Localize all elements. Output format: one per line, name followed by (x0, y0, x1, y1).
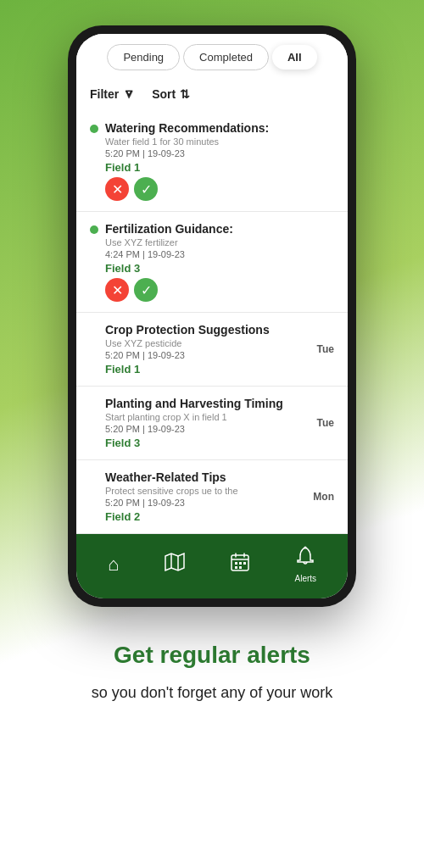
task-subtitle: Protect sensitive crops ue to the (105, 486, 306, 496)
task-time: 5:20 PM | 19-09-23 (105, 498, 306, 508)
bell-icon (296, 546, 315, 571)
bottom-nav: ⌂ (76, 534, 348, 598)
task-time: 5:20 PM | 19-09-23 (105, 350, 310, 360)
filter-icon: ⛛ (123, 87, 135, 101)
svg-rect-4 (235, 566, 237, 569)
task-subtitle: Water field 1 for 30 minutes (105, 136, 334, 147)
task-item-inner: Crop Protection Suggestions Use XYZ pest… (90, 323, 334, 376)
task-title: Crop Protection Suggestions (105, 323, 310, 337)
nav-alerts[interactable]: Alerts (295, 546, 317, 583)
nav-map[interactable] (165, 553, 185, 576)
task-field: Field 3 (105, 437, 310, 449)
tab-bar: Pending Completed All (76, 34, 348, 81)
task-content: Weather-Related Tips Protect sensitive c… (105, 470, 306, 523)
task-day: Mon (313, 491, 334, 503)
svg-rect-3 (243, 562, 246, 565)
task-day: Tue (317, 343, 334, 355)
task-left: Weather-Related Tips Protect sensitive c… (90, 470, 306, 523)
task-content: Watering Recommendations: Water field 1 … (105, 121, 334, 201)
task-time: 5:20 PM | 19-09-23 (105, 148, 334, 159)
task-left: Watering Recommendations: Water field 1 … (90, 121, 334, 201)
task-content: Fertilization Guidance: Use XYZ fertiliz… (105, 222, 334, 302)
task-title: Planting and Harvesting Timing (105, 397, 310, 410)
task-subtitle: Use XYZ pesticide (105, 338, 310, 348)
cancel-icon[interactable]: ✕ (105, 177, 129, 201)
task-left: Crop Protection Suggestions Use XYZ pest… (90, 323, 310, 376)
task-subtitle: Start planting crop X in field 1 (105, 412, 310, 422)
sort-label-text: Sort (152, 87, 176, 101)
promo-title: Get regular alerts (17, 641, 407, 670)
task-left: Planting and Harvesting Timing Start pla… (90, 397, 310, 449)
task-item-inner: Watering Recommendations: Water field 1 … (90, 121, 334, 201)
filter-label-text: Filter (90, 87, 119, 101)
task-actions: ✕ ✓ (105, 177, 334, 201)
task-subtitle: Use XYZ fertilizer (105, 237, 334, 248)
tab-all[interactable]: All (272, 45, 317, 70)
promo-section: Get regular alerts so you don't forget a… (0, 632, 424, 730)
task-time: 4:24 PM | 19-09-23 (105, 249, 334, 259)
task-item-inner: Planting and Harvesting Timing Start pla… (90, 397, 334, 449)
task-list: Watering Recommendations: Water field 1 … (76, 111, 348, 534)
task-dot (90, 125, 98, 133)
filter-sort-row: Filter ⛛ Sort ⇅ (76, 81, 348, 111)
task-field: Field 1 (105, 161, 334, 174)
phone-shell: Pending Completed All Filter ⛛ Sort ⇅ Wa… (68, 25, 356, 607)
task-dot (90, 225, 98, 234)
filter-button[interactable]: Filter ⛛ (90, 87, 135, 101)
done-icon[interactable]: ✓ (134, 177, 158, 201)
task-field: Field 3 (105, 262, 334, 275)
task-day: Tue (317, 417, 334, 429)
task-actions: ✕ ✓ (105, 278, 334, 302)
task-time: 5:20 PM | 19-09-23 (105, 424, 310, 434)
task-title: Watering Recommendations: (105, 121, 334, 135)
task-item-inner: Weather-Related Tips Protect sensitive c… (90, 470, 334, 523)
task-content: Planting and Harvesting Timing Start pla… (105, 397, 310, 449)
svg-rect-5 (239, 566, 242, 569)
alerts-label: Alerts (295, 574, 317, 583)
nav-calendar[interactable] (231, 553, 249, 576)
calendar-icon (231, 553, 249, 576)
promo-subtitle: so you don't forget any of your work (17, 682, 407, 704)
nav-home[interactable]: ⌂ (108, 554, 119, 576)
svg-rect-1 (235, 562, 237, 565)
sort-icon: ⇅ (180, 87, 190, 101)
map-icon (165, 553, 185, 576)
task-left: Fertilization Guidance: Use XYZ fertiliz… (90, 222, 334, 302)
cancel-icon[interactable]: ✕ (105, 278, 129, 302)
task-item: Watering Recommendations: Water field 1 … (76, 111, 348, 212)
svg-rect-2 (239, 562, 242, 565)
task-item-inner: Fertilization Guidance: Use XYZ fertiliz… (90, 222, 334, 302)
sort-button[interactable]: Sort ⇅ (152, 87, 190, 101)
tab-pending[interactable]: Pending (107, 44, 180, 70)
task-item: Weather-Related Tips Protect sensitive c… (76, 460, 348, 534)
task-field: Field 2 (105, 510, 306, 523)
tab-completed[interactable]: Completed (183, 44, 269, 70)
task-content: Crop Protection Suggestions Use XYZ pest… (105, 323, 310, 376)
task-item: Crop Protection Suggestions Use XYZ pest… (76, 313, 348, 387)
svg-point-6 (304, 547, 307, 549)
task-field: Field 1 (105, 363, 310, 376)
task-title: Weather-Related Tips (105, 470, 306, 484)
home-icon: ⌂ (108, 554, 119, 576)
task-item: Fertilization Guidance: Use XYZ fertiliz… (76, 212, 348, 313)
task-item: Planting and Harvesting Timing Start pla… (76, 387, 348, 460)
phone-screen: Pending Completed All Filter ⛛ Sort ⇅ Wa… (76, 34, 348, 598)
task-title: Fertilization Guidance: (105, 222, 334, 236)
done-icon[interactable]: ✓ (134, 278, 158, 302)
